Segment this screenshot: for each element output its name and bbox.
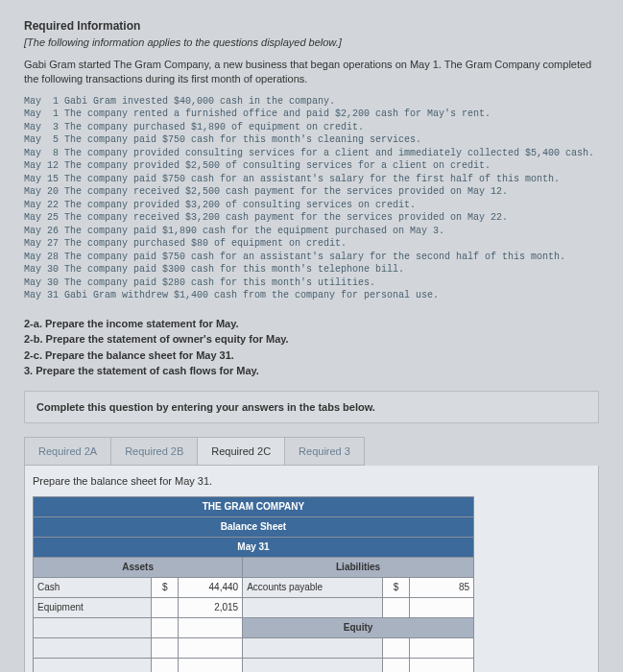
sheet-title: Balance Sheet [34,516,474,537]
cash-label[interactable]: Cash [34,577,152,597]
transactions-list: May 1 Gabi Gram invested $40,000 cash in… [24,95,599,302]
prep-2c: 2-c. Prepare the balance sheet for May 3… [24,349,234,361]
complete-banner: Complete this question by entering your … [24,391,599,423]
table-row: Cash $ 44,440 Accounts payable $ 85 [34,577,474,597]
required-info-subtitle: [The following information applies to th… [24,36,599,48]
equity-header: Equity [243,617,474,637]
prep-2b: 2-b. Prepare the statement of owner's eq… [24,333,289,345]
table-row [34,658,474,672]
cash-value[interactable]: 44,440 [179,577,243,597]
ap-value[interactable]: 85 [410,577,474,597]
sheet-date: May 31 [34,537,474,557]
balance-sheet-table: THE GRAM COMPANY Balance Sheet May 31 As… [33,496,474,672]
tab-required-3[interactable]: Required 3 [284,437,365,466]
tab-required-2a[interactable]: Required 2A [24,437,111,466]
table-row [34,637,474,658]
tab-required-2c[interactable]: Required 2C [197,437,285,466]
required-info-title: Required Information [24,19,599,33]
ap-label[interactable]: Accounts payable [243,577,383,597]
prep-3: 3. Prepare the statement of cash flows f… [24,365,259,376]
prep-2a: 2-a. Prepare the income statement for Ma… [24,318,239,329]
tab-content: Prepare the balance sheet for May 31. TH… [24,466,599,672]
tabs-row: Required 2A Required 2B Required 2C Requ… [24,437,599,466]
prepare-list: 2-a. Prepare the income statement for Ma… [24,316,599,379]
narrative-text: Gabi Gram started The Gram Company, a ne… [24,58,599,87]
dollar-sign: $ [152,577,179,597]
table-row: Equipment 2,015 [34,597,474,617]
assets-header: Assets [34,557,243,577]
table-row: Equity [34,617,474,637]
equip-value[interactable]: 2,015 [179,597,243,617]
sheet-company: THE GRAM COMPANY [34,496,474,516]
instruction-text: Prepare the balance sheet for May 31. [33,475,590,487]
equip-label[interactable]: Equipment [34,597,152,617]
liabilities-header: Liabilities [243,557,474,577]
tab-required-2b[interactable]: Required 2B [110,437,198,466]
dollar-sign: $ [382,577,409,597]
